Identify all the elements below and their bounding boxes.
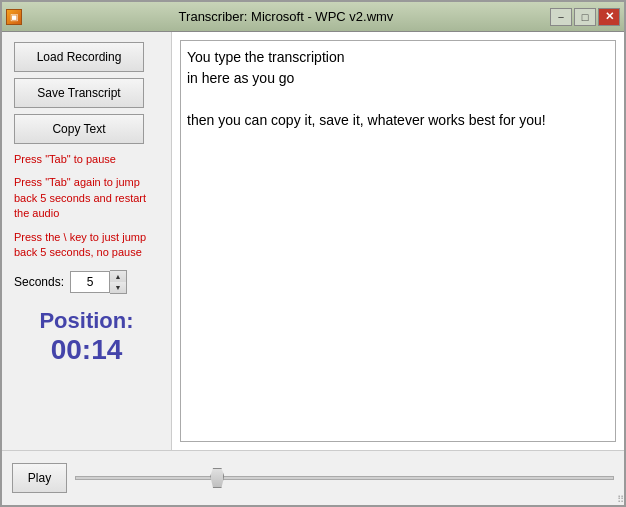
position-label: Position: bbox=[39, 308, 133, 334]
resize-grip: ⠿ bbox=[617, 494, 624, 505]
window-icon: ▣ bbox=[6, 9, 22, 25]
spinner-buttons: ▲ ▼ bbox=[110, 270, 127, 294]
slider-thumb[interactable] bbox=[210, 468, 224, 488]
position-time: 00:14 bbox=[51, 334, 123, 366]
seconds-row: Seconds: ▲ ▼ bbox=[14, 270, 159, 294]
bottom-bar: Play ⠿ bbox=[2, 450, 624, 505]
copy-text-button[interactable]: Copy Text bbox=[14, 114, 144, 144]
load-recording-button[interactable]: Load Recording bbox=[14, 42, 144, 72]
hint-backslash-jump: Press the \ key to just jump back 5 seco… bbox=[14, 230, 159, 261]
hint-tab-jump: Press "Tab" again to jump back 5 seconds… bbox=[14, 175, 159, 221]
seconds-label: Seconds: bbox=[14, 275, 64, 289]
seconds-input-wrap: ▲ ▼ bbox=[70, 270, 127, 294]
minimize-button[interactable]: − bbox=[550, 8, 572, 26]
right-panel: You type the transcription in here as yo… bbox=[172, 32, 624, 450]
left-panel: Load Recording Save Transcript Copy Text… bbox=[2, 32, 172, 450]
seconds-input[interactable] bbox=[70, 271, 110, 293]
maximize-button[interactable]: □ bbox=[574, 8, 596, 26]
transcript-textarea[interactable]: You type the transcription in here as yo… bbox=[180, 40, 616, 442]
app-icon: ▣ bbox=[6, 9, 22, 25]
position-section: Position: 00:14 bbox=[14, 308, 159, 366]
slider-line bbox=[75, 476, 614, 480]
window-controls: − □ ✕ bbox=[550, 8, 620, 26]
slider-track[interactable] bbox=[75, 468, 614, 488]
window-title: Transcriber: Microsoft - WPC v2.wmv bbox=[22, 9, 550, 24]
seconds-decrement[interactable]: ▼ bbox=[110, 282, 126, 293]
main-content: Load Recording Save Transcript Copy Text… bbox=[2, 32, 624, 450]
title-bar: ▣ Transcriber: Microsoft - WPC v2.wmv − … bbox=[2, 2, 624, 32]
main-window: ▣ Transcriber: Microsoft - WPC v2.wmv − … bbox=[0, 0, 626, 507]
play-button[interactable]: Play bbox=[12, 463, 67, 493]
save-transcript-button[interactable]: Save Transcript bbox=[14, 78, 144, 108]
seconds-increment[interactable]: ▲ bbox=[110, 271, 126, 282]
hint-tab-pause: Press "Tab" to pause bbox=[14, 152, 159, 167]
close-button[interactable]: ✕ bbox=[598, 8, 620, 26]
